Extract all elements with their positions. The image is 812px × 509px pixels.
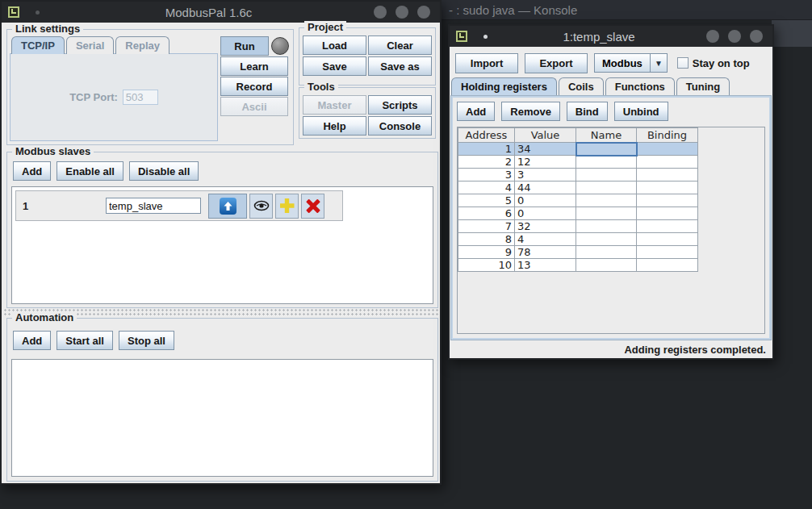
- table-row[interactable]: 134: [458, 143, 698, 156]
- register-name-cell[interactable]: [576, 143, 637, 156]
- register-binding-cell[interactable]: [637, 246, 698, 259]
- register-name-cell[interactable]: [576, 169, 637, 181]
- import-button[interactable]: Import: [455, 53, 518, 73]
- register-address-cell[interactable]: 8: [458, 233, 515, 246]
- register-binding-cell[interactable]: [637, 181, 698, 194]
- column-header-address[interactable]: Address: [458, 128, 515, 143]
- disable-all-button[interactable]: Disable all: [129, 161, 199, 181]
- register-value-cell[interactable]: 0: [515, 207, 576, 220]
- register-name-cell[interactable]: [576, 233, 637, 246]
- run-button[interactable]: Run: [220, 36, 269, 56]
- register-address-cell[interactable]: 7: [458, 220, 515, 233]
- window-icon[interactable]: [456, 31, 467, 42]
- register-name-cell[interactable]: [576, 181, 637, 194]
- register-remove-button[interactable]: Remove: [501, 102, 560, 121]
- load-button[interactable]: Load: [303, 35, 366, 55]
- tab-coils[interactable]: Coils: [559, 77, 604, 95]
- tab-tuning[interactable]: Tuning: [676, 77, 730, 95]
- slave-enable-toggle-button[interactable]: [208, 194, 247, 219]
- window-icon[interactable]: [8, 6, 19, 18]
- learn-button[interactable]: Learn: [220, 56, 288, 76]
- tab-replay[interactable]: Replay: [115, 36, 170, 54]
- table-row[interactable]: 1013: [458, 259, 698, 272]
- table-row[interactable]: 33: [458, 169, 698, 181]
- table-row[interactable]: 50: [458, 194, 698, 207]
- enable-all-button[interactable]: Enable all: [57, 161, 123, 181]
- tab-functions[interactable]: Functions: [605, 77, 675, 95]
- register-binding-cell[interactable]: [637, 259, 698, 272]
- register-binding-cell[interactable]: [637, 194, 698, 207]
- table-row[interactable]: 444: [458, 181, 698, 194]
- register-address-cell[interactable]: 2: [458, 156, 515, 169]
- register-address-cell[interactable]: 3: [458, 169, 515, 181]
- register-value-cell[interactable]: 13: [515, 259, 576, 272]
- automation-add-button[interactable]: Add: [13, 331, 51, 350]
- register-binding-cell[interactable]: [637, 156, 698, 169]
- register-binding-cell[interactable]: [637, 143, 698, 156]
- scripts-button[interactable]: Scripts: [368, 95, 432, 115]
- slave-add-button[interactable]: Add: [13, 161, 51, 181]
- register-name-cell[interactable]: [576, 220, 637, 233]
- tab-holding-registers[interactable]: Holding registers: [451, 77, 557, 95]
- stay-on-top-checkbox[interactable]: [677, 57, 689, 69]
- column-header-name[interactable]: Name: [576, 128, 637, 143]
- tab-tcpip[interactable]: TCP/IP: [11, 36, 65, 54]
- register-value-cell[interactable]: 3: [515, 169, 576, 181]
- column-header-binding[interactable]: Binding: [637, 128, 698, 143]
- tcp-port-field[interactable]: [123, 90, 158, 105]
- register-address-cell[interactable]: 10: [458, 259, 515, 272]
- minimize-button[interactable]: [706, 30, 719, 43]
- register-address-cell[interactable]: 4: [458, 181, 515, 194]
- slave-view-button[interactable]: [249, 194, 273, 219]
- register-address-cell[interactable]: 1: [458, 143, 515, 156]
- register-binding-cell[interactable]: [637, 207, 698, 220]
- register-name-cell[interactable]: [576, 207, 637, 220]
- register-value-cell[interactable]: 78: [515, 246, 576, 259]
- register-value-cell[interactable]: 34: [515, 143, 576, 156]
- mode-combobox[interactable]: Modbus ▼: [594, 53, 668, 73]
- table-row[interactable]: 978: [458, 246, 698, 259]
- register-address-cell[interactable]: 6: [458, 207, 515, 220]
- register-unbind-button[interactable]: Unbind: [614, 102, 668, 121]
- konsole-titlebar[interactable]: - : sudo java — Konsole: [436, 0, 812, 20]
- register-name-cell[interactable]: [576, 259, 637, 272]
- register-value-cell[interactable]: 44: [515, 181, 576, 194]
- console-button[interactable]: Console: [368, 116, 432, 136]
- close-button[interactable]: [750, 30, 763, 43]
- stop-all-button[interactable]: Stop all: [119, 331, 174, 350]
- slave-duplicate-button[interactable]: [275, 194, 299, 219]
- table-row[interactable]: 732: [458, 220, 698, 233]
- register-value-cell[interactable]: 0: [515, 194, 576, 207]
- register-bind-button[interactable]: Bind: [567, 102, 608, 121]
- record-button[interactable]: Record: [220, 77, 288, 96]
- slave-name-input[interactable]: [106, 198, 201, 214]
- register-address-cell[interactable]: 5: [458, 194, 515, 207]
- slave-delete-button[interactable]: [301, 194, 324, 219]
- clear-button[interactable]: Clear: [368, 35, 432, 55]
- register-value-cell[interactable]: 32: [515, 220, 576, 233]
- column-header-value[interactable]: Value: [515, 128, 576, 143]
- export-button[interactable]: Export: [525, 53, 588, 73]
- start-all-button[interactable]: Start all: [57, 331, 113, 350]
- register-name-cell[interactable]: [576, 156, 637, 169]
- register-name-cell[interactable]: [576, 194, 637, 207]
- slave-titlebar[interactable]: 1:temp_slave: [450, 26, 772, 47]
- chevron-down-icon[interactable]: ▼: [650, 54, 667, 72]
- table-row[interactable]: 60: [458, 207, 698, 220]
- register-add-button[interactable]: Add: [457, 102, 495, 121]
- register-binding-cell[interactable]: [637, 169, 698, 181]
- table-row[interactable]: 84: [458, 233, 698, 246]
- register-address-cell[interactable]: 9: [458, 246, 515, 259]
- register-binding-cell[interactable]: [637, 220, 698, 233]
- save-as-button[interactable]: Save as: [368, 56, 432, 76]
- maximize-button[interactable]: [728, 30, 741, 43]
- maximize-button[interactable]: [396, 6, 408, 19]
- register-name-cell[interactable]: [576, 246, 637, 259]
- tab-serial[interactable]: Serial: [66, 36, 114, 54]
- register-value-cell[interactable]: 12: [515, 156, 576, 169]
- register-value-cell[interactable]: 4: [515, 233, 576, 246]
- minimize-button[interactable]: [374, 6, 387, 19]
- register-table-scrollpane[interactable]: Address Value Name Binding 1342123344450…: [457, 127, 765, 334]
- close-button[interactable]: [417, 6, 430, 19]
- register-binding-cell[interactable]: [637, 233, 698, 246]
